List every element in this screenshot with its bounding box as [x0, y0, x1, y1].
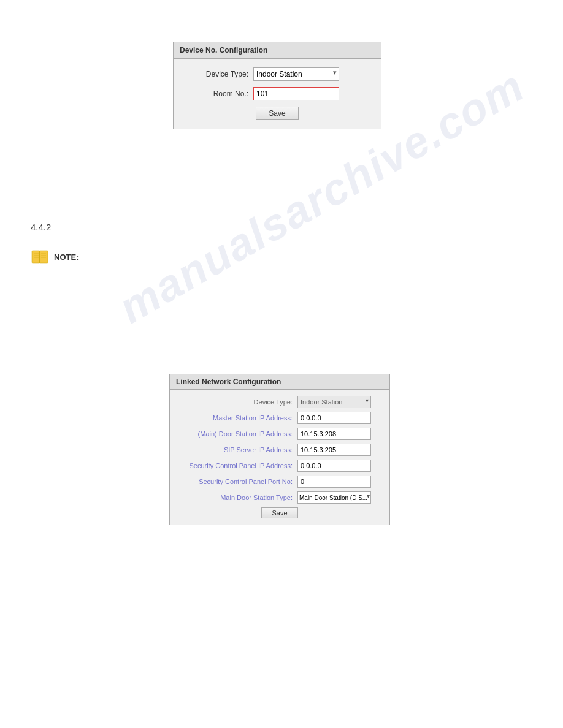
- card2-device-type-select[interactable]: Indoor Station: [297, 396, 371, 408]
- room-no-label: Room No.:: [180, 89, 253, 98]
- svg-rect-0: [32, 251, 40, 263]
- main-door-type-row: Main Door Station Type: Main Door Statio…: [175, 491, 385, 504]
- device-type-select-wrapper[interactable]: Indoor Station: [253, 67, 339, 81]
- main-door-type-label: Main Door Station Type:: [175, 494, 297, 501]
- main-door-type-control: Main Door Station (D S...: [297, 491, 385, 504]
- security-port-label: Security Control Panel Port No:: [175, 478, 297, 485]
- linked-network-config-card: Linked Network Configuration Device Type…: [169, 374, 390, 525]
- device-type-select[interactable]: Indoor Station: [253, 67, 339, 81]
- card2-device-type-label: Device Type:: [175, 398, 297, 406]
- sip-server-control: [297, 444, 385, 456]
- sip-server-input[interactable]: [297, 444, 371, 456]
- save-button[interactable]: Save: [256, 107, 298, 120]
- room-no-input[interactable]: [253, 87, 339, 100]
- note-label: NOTE:: [54, 252, 79, 262]
- door-station-label: (Main) Door Station IP Address:: [175, 430, 297, 438]
- door-station-input[interactable]: [297, 428, 371, 440]
- device-type-row: Device Type: Indoor Station: [180, 67, 375, 81]
- note-icon: [31, 248, 50, 265]
- security-panel-control: [297, 460, 385, 472]
- master-station-row: Master Station IP Address:: [175, 412, 385, 424]
- room-no-control: [253, 87, 375, 100]
- sip-server-label: SIP Server IP Address:: [175, 446, 297, 453]
- master-station-control: [297, 412, 385, 424]
- device-config-card: Device No. Configuration Device Type: In…: [173, 42, 381, 129]
- card2-device-type-wrapper[interactable]: Indoor Station: [297, 396, 371, 408]
- section-number: 4.4.2: [31, 222, 51, 232]
- svg-rect-1: [40, 251, 48, 263]
- main-door-type-select[interactable]: Main Door Station (D S...: [297, 491, 371, 504]
- security-panel-input[interactable]: [297, 460, 371, 472]
- card2-save-button[interactable]: Save: [261, 507, 297, 518]
- security-port-input[interactable]: [297, 476, 371, 488]
- door-station-row: (Main) Door Station IP Address:: [175, 428, 385, 440]
- security-panel-label: Security Control Panel IP Address:: [175, 462, 297, 469]
- door-station-control: [297, 428, 385, 440]
- security-port-row: Security Control Panel Port No:: [175, 476, 385, 488]
- security-panel-row: Security Control Panel IP Address:: [175, 460, 385, 472]
- card1-title: Device No. Configuration: [174, 42, 381, 59]
- device-type-control: Indoor Station: [253, 67, 375, 81]
- card2-title: Linked Network Configuration: [170, 374, 389, 390]
- sip-server-row: SIP Server IP Address:: [175, 444, 385, 456]
- card2-device-type-control: Indoor Station: [297, 396, 385, 408]
- save-row: Save: [180, 107, 375, 120]
- card2-device-type-row: Device Type: Indoor Station: [175, 396, 385, 408]
- device-type-label: Device Type:: [180, 70, 253, 78]
- room-no-row: Room No.:: [180, 87, 375, 100]
- save2-row: Save: [175, 507, 385, 518]
- master-station-input[interactable]: [297, 412, 371, 424]
- note-row: NOTE:: [31, 248, 79, 265]
- security-port-control: [297, 476, 385, 488]
- master-station-label: Master Station IP Address:: [175, 414, 297, 422]
- main-door-type-wrapper[interactable]: Main Door Station (D S...: [297, 491, 371, 504]
